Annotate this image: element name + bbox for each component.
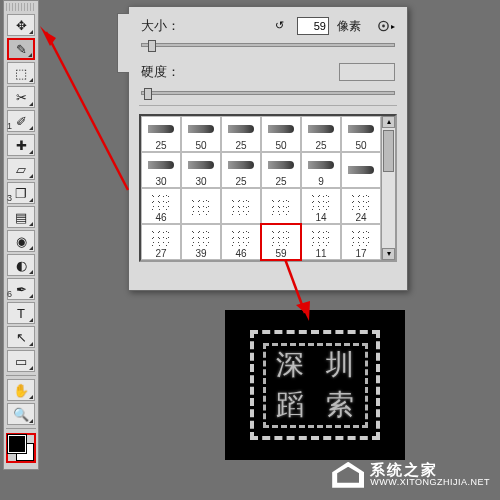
tool-shape[interactable]: ▭ — [7, 350, 35, 372]
brush-scrollbar[interactable]: ▴ ▾ — [381, 116, 395, 260]
brush-preset[interactable] — [261, 188, 301, 224]
crop-icon: ✂ — [16, 90, 27, 105]
brush-size-input[interactable] — [297, 17, 329, 35]
brush-size-label: 50 — [275, 140, 286, 151]
brush-size-label: 59 — [275, 248, 286, 259]
brush-preset[interactable]: 50 — [181, 116, 221, 152]
brush-thumbnail — [222, 226, 260, 248]
tool-path[interactable]: ↖ — [7, 326, 35, 348]
brush-size-label: 24 — [355, 212, 366, 223]
brush-preset[interactable] — [341, 152, 381, 188]
dodge-icon: ◐ — [16, 258, 27, 273]
brush-thumbnail — [342, 159, 380, 181]
brush-preset[interactable] — [221, 188, 261, 224]
brush-preset[interactable]: 25 — [221, 152, 261, 188]
tool-marquee[interactable]: ⬚ — [7, 62, 35, 84]
svg-marker-3 — [40, 26, 56, 46]
reset-icon[interactable]: ↺ — [275, 19, 289, 33]
brush-size-label: 46 — [155, 212, 166, 223]
brush-preset[interactable]: 59 — [261, 224, 301, 260]
tool-type[interactable]: T — [7, 302, 35, 324]
brush-grid: 255025502550303025259461424273946591117 — [141, 116, 381, 260]
hardness-slider[interactable] — [141, 91, 395, 95]
type-icon: T — [17, 306, 25, 321]
brush-thumbnail — [302, 190, 340, 212]
hand-icon: ✋ — [13, 383, 29, 398]
brush-preset[interactable]: 17 — [341, 224, 381, 260]
tool-brush[interactable]: ✎ — [7, 38, 35, 60]
stamp-char: 圳 — [315, 346, 365, 386]
brush-thumbnail — [262, 118, 300, 140]
toolbox-grip[interactable] — [6, 3, 36, 11]
zoom-icon: 🔍 — [13, 407, 29, 422]
brush-size-label: 17 — [355, 248, 366, 259]
scroll-up-arrow[interactable]: ▴ — [382, 116, 395, 128]
brush-thumbnail — [262, 154, 300, 176]
brush-thumbnail — [302, 226, 340, 248]
brush-thumbnail — [182, 195, 220, 217]
brush-picker-panel: 大小： ↺ 像素 ▸ 硬度： 2550255025503030252594614… — [128, 6, 408, 291]
brush-preset[interactable]: 39 — [181, 224, 221, 260]
brush-preset[interactable]: 14 — [301, 188, 341, 224]
brush-preset[interactable]: 30 — [181, 152, 221, 188]
brush-size-label: 30 — [155, 176, 166, 187]
house-icon — [332, 462, 364, 488]
pen-icon: ✒ — [16, 282, 27, 297]
brush-thumbnail — [142, 190, 180, 212]
stamp-char: 蹈 — [266, 385, 316, 425]
brush-grid-container: 255025502550303025259461424273946591117 … — [139, 114, 397, 262]
brush-thumbnail — [342, 190, 380, 212]
foreground-color-swatch[interactable] — [8, 435, 26, 453]
stamp-char: 索 — [315, 385, 365, 425]
brush-preset[interactable]: 25 — [221, 116, 261, 152]
brush-preset[interactable]: 50 — [341, 116, 381, 152]
brush-thumbnail — [302, 154, 340, 176]
tool-hand[interactable]: ✋ — [7, 379, 35, 401]
brush-preset[interactable]: 9 — [301, 152, 341, 188]
stamp-text: 深 圳 蹈 索 — [263, 343, 368, 428]
size-slider[interactable] — [141, 43, 395, 47]
scroll-down-arrow[interactable]: ▾ — [382, 248, 395, 260]
tool-move[interactable]: ✥ — [7, 14, 35, 36]
brush-size-label: 25 — [235, 176, 246, 187]
brush-preset[interactable]: 24 — [341, 188, 381, 224]
brush-preset[interactable] — [181, 188, 221, 224]
tool-blur[interactable]: ◉ — [7, 230, 35, 252]
tool-pen[interactable]: ✒6 — [7, 278, 35, 300]
brush-thumbnail — [342, 226, 380, 248]
flyout-arrow-icon: ▸ — [391, 22, 395, 31]
hardness-input[interactable] — [339, 63, 395, 81]
watermark-url: WWW.XITONGZHIJIA.NET — [370, 478, 490, 488]
scroll-thumb[interactable] — [383, 130, 394, 172]
brush-preset[interactable]: 50 — [261, 116, 301, 152]
brush-thumbnail — [182, 118, 220, 140]
svg-line-2 — [46, 32, 128, 190]
toolbox-separator — [6, 428, 36, 429]
tool-crop[interactable]: ✂ — [7, 86, 35, 108]
brush-thumbnail — [222, 154, 260, 176]
tool-eyedropper[interactable]: ✐1 — [7, 110, 35, 132]
tool-dodge[interactable]: ◐ — [7, 254, 35, 276]
tool-zoom[interactable]: 🔍 — [7, 403, 35, 425]
brush-thumbnail — [182, 154, 220, 176]
panel-tab[interactable] — [117, 13, 129, 73]
brush-preset[interactable]: 46 — [141, 188, 181, 224]
tool-clone[interactable]: ❐3 — [7, 182, 35, 204]
brush-thumbnail — [222, 118, 260, 140]
brush-size-label: 25 — [155, 140, 166, 151]
brush-preset[interactable]: 30 — [141, 152, 181, 188]
brush-preset[interactable]: 27 — [141, 224, 181, 260]
brush-preset[interactable]: 25 — [261, 152, 301, 188]
brush-preset[interactable]: 46 — [221, 224, 261, 260]
color-swatches[interactable] — [6, 433, 36, 463]
gear-icon[interactable]: ▸ — [377, 17, 395, 35]
gradient-icon: ▤ — [15, 210, 27, 225]
tool-gradient[interactable]: ▤ — [7, 206, 35, 228]
tool-eraser[interactable]: ▱ — [7, 158, 35, 180]
move-icon: ✥ — [16, 18, 27, 33]
brush-thumbnail — [142, 118, 180, 140]
brush-preset[interactable]: 11 — [301, 224, 341, 260]
brush-preset[interactable]: 25 — [301, 116, 341, 152]
tool-healing[interactable]: ✚ — [7, 134, 35, 156]
brush-preset[interactable]: 25 — [141, 116, 181, 152]
